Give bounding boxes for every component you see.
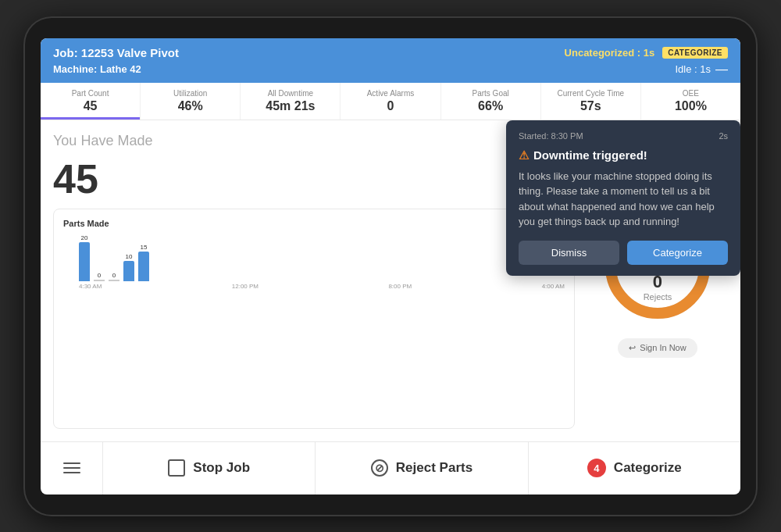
stat-item-current-cycle-time[interactable]: Current Cycle Time57s xyxy=(541,83,641,120)
sign-in-label: Sign In Now xyxy=(640,343,686,352)
bottom-bar: Stop Job ⊘ Reject Parts 4 Categorize xyxy=(41,441,740,495)
header-right: Uncategorized : 1s CATEGORIZE xyxy=(565,47,728,59)
stat-item-active-alarms[interactable]: Active Alarms0 xyxy=(341,83,440,120)
dismiss-button[interactable]: Dismiss xyxy=(519,241,619,265)
categorize-bottom-button[interactable]: 4 Categorize xyxy=(529,442,740,495)
popup-categorize-button[interactable]: Categorize xyxy=(627,241,728,265)
stat-item-part-count[interactable]: Part Count45 xyxy=(41,83,141,120)
tablet-screen: Job: 12253 Valve Pivot Uncategorized : 1… xyxy=(41,38,740,495)
idle-dash-button[interactable]: — xyxy=(715,62,728,77)
stop-job-label: Stop Job xyxy=(193,460,250,476)
job-title: Job: 12253 Valve Pivot xyxy=(53,46,179,59)
parts-made-chart: Parts Made ? 20 0 xyxy=(53,209,575,429)
left-panel: You Have Made 45 Parts Made ? 20 xyxy=(53,133,575,429)
idle-text: Idle : 1s xyxy=(675,63,711,75)
chart-area: 20 0 0 xyxy=(63,234,565,289)
bar-1: 20 xyxy=(79,234,90,281)
popup-header: Started: 8:30 PM 2s xyxy=(519,131,728,141)
sign-in-button[interactable]: ↩ Sign In Now xyxy=(618,338,697,358)
categorize-header-button[interactable]: CATEGORIZE xyxy=(662,47,728,59)
stop-icon xyxy=(168,459,185,477)
parts-count-big: 45 xyxy=(53,159,575,199)
main-content: You Have Made 45 Parts Made ? 20 xyxy=(41,120,740,441)
reject-icon: ⊘ xyxy=(371,459,388,477)
donut-rejects-label: Rejects xyxy=(633,292,683,302)
popup-actions: Dismiss Categorize xyxy=(519,241,728,265)
reject-parts-label: Reject Parts xyxy=(396,460,473,476)
stat-item-all-downtime[interactable]: All Downtime45m 21s xyxy=(241,83,341,120)
chart-title: Parts Made xyxy=(63,219,109,228)
hamburger-icon xyxy=(63,462,80,473)
x-label-3: 8:00 PM xyxy=(388,283,412,290)
popup-started: Started: 8:30 PM xyxy=(519,131,583,141)
popup-title: ⚠ Downtime triggered! xyxy=(519,148,728,162)
sign-in-arrow: ↩ xyxy=(629,343,636,353)
x-label-4: 4:00 AM xyxy=(542,283,565,290)
header: Job: 12253 Valve Pivot Uncategorized : 1… xyxy=(41,38,740,83)
bar-2: 0 xyxy=(94,272,105,281)
stat-item-parts-goal[interactable]: Parts Goal66% xyxy=(441,83,541,120)
popup-time: 2s xyxy=(719,131,728,141)
x-label-1: 4:30 AM xyxy=(79,283,102,290)
tablet-outer: Job: 12253 Valve Pivot Uncategorized : 1… xyxy=(23,16,758,516)
stat-item-utilization[interactable]: Utilization46% xyxy=(141,83,241,120)
categorize-badge: 4 xyxy=(587,459,606,477)
popup-title-text: Downtime triggered! xyxy=(533,148,647,162)
categorize-bottom-label: Categorize xyxy=(614,460,682,476)
reject-parts-button[interactable]: ⊘ Reject Parts xyxy=(316,442,528,495)
stat-item-oee[interactable]: OEE100% xyxy=(641,83,740,120)
stats-bar: Part Count45Utilization46%All Downtime45… xyxy=(41,83,740,120)
bar-4: 10 xyxy=(123,253,134,281)
x-label-2: 12:00 PM xyxy=(232,283,259,290)
machine-label: Machine: Lathe 42 xyxy=(53,63,141,75)
downtime-popup: Started: 8:30 PM 2s ⚠ Downtime triggered… xyxy=(506,120,740,276)
you-have-made-label: You Have Made xyxy=(53,133,575,149)
bar-3: 0 xyxy=(109,272,119,281)
idle-status: Idle : 1s — xyxy=(675,62,728,77)
menu-button[interactable] xyxy=(41,442,103,495)
bar-5: 15 xyxy=(138,244,149,281)
stop-job-button[interactable]: Stop Job xyxy=(103,442,316,495)
warning-icon: ⚠ xyxy=(519,148,529,162)
uncategorized-label: Uncategorized : 1s xyxy=(565,47,655,59)
popup-body: It looks like your machine stopped doing… xyxy=(519,169,728,230)
